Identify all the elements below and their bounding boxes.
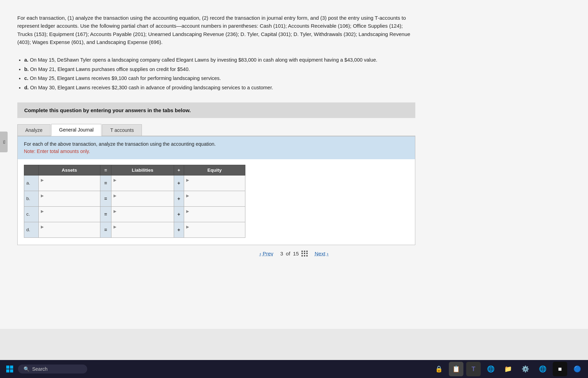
row-b-plus: + (174, 191, 184, 206)
transaction-d-label: d. (24, 85, 29, 90)
row-c-plus: + (174, 206, 184, 222)
svg-rect-2 (6, 369, 9, 372)
row-c-liabilities-cell[interactable]: ▶ (111, 206, 174, 222)
tab-description-text: For each of the above transaction, analy… (24, 141, 216, 147)
search-icon: 🔍 (24, 366, 29, 372)
transaction-b-text: On May 21, Elegant Lawns purchases offic… (30, 66, 190, 72)
question-instruction: Complete this question by entering your … (17, 102, 415, 118)
svg-rect-0 (6, 366, 9, 369)
transaction-d-text: On May 30, Elegant Lawns receives $2,300… (30, 85, 273, 90)
main-content: For each transaction, (1) analyze the tr… (0, 0, 588, 329)
svg-rect-3 (10, 369, 13, 372)
side-marker-text: es (2, 140, 6, 144)
next-button[interactable]: Next › (315, 251, 328, 256)
transaction-b-label: b. (24, 66, 29, 72)
row-a-equity-input[interactable] (186, 182, 243, 189)
grid-icon[interactable] (301, 251, 308, 257)
row-d-equity-input[interactable] (186, 229, 243, 236)
row-a-assets-input[interactable] (41, 182, 98, 189)
row-c-label: c. (24, 206, 39, 222)
transaction-c-text: On May 25, Elegant Lawns receives $9,100… (30, 75, 221, 81)
taskbar-globe-icon[interactable]: 🌐 (483, 362, 498, 376)
transaction-d: d. On May 30, Elegant Lawns receives $2,… (24, 83, 571, 92)
prev-label: Prev (263, 251, 273, 256)
row-a-assets-cell[interactable]: ▶ (39, 175, 100, 191)
row-b-assets-input[interactable] (41, 198, 98, 205)
taskbar: 🔍 Search 🔒 📋 T 🌐 📁 ⚙️ 🌐 ■ 🔵 (0, 360, 588, 378)
transaction-b: b. On May 21, Elegant Lawns purchases of… (24, 65, 571, 74)
col-equals: = (100, 165, 111, 175)
row-a-liabilities-input[interactable] (114, 182, 172, 189)
tab-t-accounts[interactable]: T accounts (102, 124, 142, 136)
row-d-liabilities-cell[interactable]: ▶ (111, 222, 174, 237)
row-d-label: d. (24, 222, 39, 237)
tab-note: Note: Enter total amounts only. (24, 148, 90, 154)
transaction-a-label: a. (24, 57, 28, 63)
taskbar-clipboard-icon[interactable]: 📋 (449, 362, 463, 376)
tabs-container: Analyze General Journal T accounts For e… (17, 124, 415, 245)
taskbar-teams-icon[interactable]: T (466, 362, 481, 376)
row-b-equity-input[interactable] (186, 198, 243, 205)
taskbar-right: 🔒 📋 T 🌐 📁 ⚙️ 🌐 ■ 🔵 (432, 362, 585, 376)
row-c-equity-input[interactable] (186, 214, 243, 220)
col-assets: Assets (39, 165, 100, 175)
tab-content-analyze: For each of the above transaction, analy… (17, 136, 415, 245)
row-a-label: a. (24, 175, 39, 191)
row-c-assets-input[interactable] (41, 214, 98, 220)
row-b-equals: = (100, 191, 111, 206)
search-input-label: Search (32, 366, 47, 372)
prev-button[interactable]: ‹ Prev (260, 251, 273, 256)
taskbar-settings-icon[interactable]: ⚙️ (518, 362, 533, 376)
taskbar-lock-icon[interactable]: 🔒 (432, 362, 446, 376)
table-row-b: b. ▶ = ▶ + ▶ (24, 191, 245, 206)
start-button[interactable] (3, 363, 16, 375)
row-b-assets-cell[interactable]: ▶ (39, 191, 100, 206)
row-b-equity-cell[interactable]: ▶ (184, 191, 245, 206)
tab-general-journal[interactable]: General Journal (51, 124, 102, 136)
row-b-label: b. (24, 191, 39, 206)
col-liabilities: Liabilities (111, 165, 174, 175)
total-pages: 15 (293, 251, 299, 256)
transaction-c: c. On May 25, Elegant Lawns receives $9,… (24, 74, 571, 83)
svg-rect-1 (10, 366, 13, 369)
row-d-equity-cell[interactable]: ▶ (184, 222, 245, 237)
current-page: 3 (280, 251, 283, 256)
tabs-row: Analyze General Journal T accounts (17, 124, 415, 136)
taskbar-folder-icon[interactable]: 📁 (501, 362, 515, 376)
row-d-liabilities-input[interactable] (114, 229, 172, 236)
tab-analyze[interactable]: Analyze (17, 124, 51, 136)
transaction-c-label: c. (24, 75, 28, 81)
navigation-bar: ‹ Prev 3 of 15 Next › (17, 245, 571, 264)
transaction-a: a. On May 15, DeShawn Tyler opens a land… (24, 56, 571, 64)
row-c-equity-cell[interactable]: ▶ (184, 206, 245, 222)
prev-chevron-icon: ‹ (260, 251, 261, 256)
row-d-equals: = (100, 222, 111, 237)
side-marker: es (0, 132, 8, 152)
row-c-assets-cell[interactable]: ▶ (39, 206, 100, 222)
row-a-plus: + (174, 175, 184, 191)
col-plus: + (174, 165, 184, 175)
accounting-table: Assets = Liabilities + Equity a. ▶ (24, 165, 245, 238)
row-d-plus: + (174, 222, 184, 237)
next-chevron-icon: › (327, 251, 328, 256)
row-c-equals: = (100, 206, 111, 222)
table-row-d: d. ▶ = ▶ + ▶ (24, 222, 245, 237)
col-equity: Equity (184, 165, 245, 175)
of-label: of (286, 251, 290, 256)
search-bar[interactable]: 🔍 Search (18, 364, 87, 374)
row-a-liabilities-cell[interactable]: ▶ (111, 175, 174, 191)
taskbar-blue-circle-icon[interactable]: 🔵 (570, 362, 585, 376)
row-a-equals: = (100, 175, 111, 191)
tab-description: For each of the above transaction, analy… (18, 136, 415, 159)
taskbar-black-square-icon[interactable]: ■ (553, 362, 567, 376)
row-b-liabilities-input[interactable] (114, 198, 172, 205)
transaction-a-text: On May 15, DeShawn Tyler opens a landsca… (30, 57, 377, 63)
transactions-list: a. On May 15, DeShawn Tyler opens a land… (17, 56, 571, 92)
row-c-liabilities-input[interactable] (114, 214, 172, 220)
taskbar-chrome-icon[interactable]: 🌐 (535, 362, 550, 376)
row-d-assets-cell[interactable]: ▶ (39, 222, 100, 237)
row-a-equity-cell[interactable]: ▶ (184, 175, 245, 191)
row-b-liabilities-cell[interactable]: ▶ (111, 191, 174, 206)
row-d-assets-input[interactable] (41, 229, 98, 236)
windows-icon (6, 365, 14, 373)
